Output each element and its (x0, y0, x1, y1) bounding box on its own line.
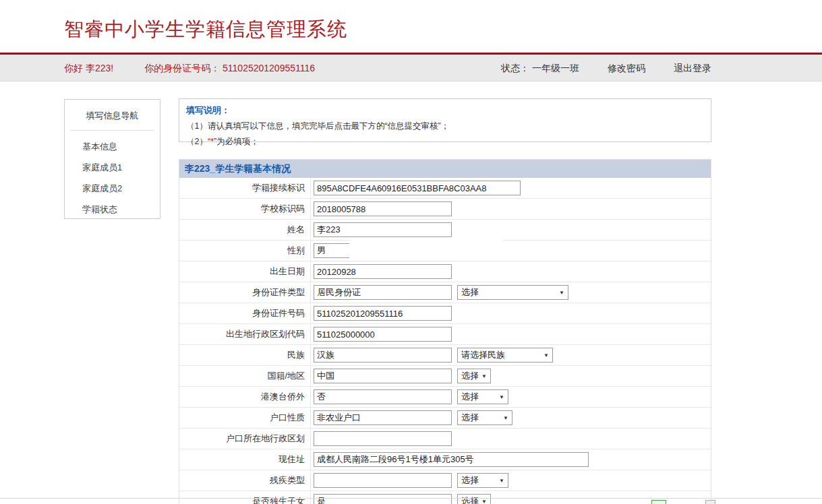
field-select[interactable]: 选择▼ (457, 473, 508, 488)
select-value: 选择 (461, 286, 479, 298)
select-value: 请选择民族 (461, 349, 505, 361)
field-label: 残疾类型 (179, 470, 311, 491)
caret-down-icon: ▼ (499, 394, 504, 400)
field-select[interactable]: 选择▼ (457, 389, 508, 404)
form-row: 户口性质选择▼ (179, 408, 711, 429)
header-divider (0, 53, 822, 55)
field-label: 出生日期 (179, 261, 311, 282)
select-value: 选择 (461, 474, 479, 486)
sidebar-nav-items: 基本信息家庭成员1家庭成员2学籍状态 (65, 131, 160, 216)
field-select[interactable]: 选择▼ (457, 494, 491, 504)
field-input[interactable] (314, 452, 589, 467)
form-row: 学校标识码 (179, 199, 711, 220)
instructions-line-1: （1）请认真填写以下信息，填完完毕后点击最下方的“信息提交审核”； (186, 121, 704, 132)
status-text: 状态： 一年级一班 (501, 63, 579, 75)
field-select[interactable]: 请选择民族▼ (457, 348, 553, 363)
field-label: 学籍接续标识 (179, 178, 311, 198)
form-row: 出生日期 (179, 261, 711, 282)
field-label: 姓名 (179, 220, 311, 240)
field-input[interactable] (314, 222, 452, 237)
caret-down-icon: ▼ (499, 478, 504, 484)
form-row: 学籍接续标识 (179, 178, 711, 199)
caret-down-icon: ▼ (481, 373, 487, 379)
form-row: 国籍/地区选择▼ (179, 366, 711, 387)
form-row: 出生地行政区划代码 (179, 324, 711, 345)
sidebar: 填写信息导航 基本信息家庭成员1家庭成员2学籍状态 (64, 99, 160, 219)
form-row: 现住址 (179, 449, 711, 470)
instructions-line-2-suffix: ”为必填项； (214, 137, 259, 146)
status-value: 一年级一班 (532, 63, 579, 73)
instructions-line-2-prefix: （2）“ (186, 137, 210, 146)
cutoff-widget-fragment-gray (705, 500, 715, 504)
sidebar-item[interactable]: 家庭成员2 (82, 183, 160, 195)
field-label: 出生地行政区划代码 (179, 324, 311, 344)
field-input[interactable] (314, 410, 452, 425)
form-row: 身份证件类型选择▼ (179, 282, 711, 303)
field-input[interactable] (314, 285, 452, 300)
field-input[interactable] (314, 201, 452, 216)
id-number-text: 你的身份证号码： 511025201209551116 (144, 63, 315, 75)
form-table-rows: 学籍接续标识学校标识码姓名性别出生日期身份证件类型选择▼身份证件号码出生地行政区… (179, 178, 711, 504)
form-row: 残疾类型选择▼ (179, 470, 711, 491)
form-row: 身份证件号码 (179, 303, 711, 324)
select-value: 选择 (461, 370, 479, 382)
form-row: 户口所在地行政区划 (179, 429, 711, 449)
field-label: 民族 (179, 345, 311, 365)
field-label: 现住址 (179, 449, 311, 470)
field-input[interactable] (314, 473, 452, 488)
form-row: 姓名 (179, 220, 711, 241)
field-label: 户口所在地行政区划 (179, 429, 311, 449)
greeting-text: 你好 李223! (64, 63, 113, 75)
cutoff-widget-fragment-green (651, 500, 666, 504)
sidebar-title: 填写信息导航 (65, 110, 160, 122)
sidebar-item[interactable]: 基本信息 (82, 141, 160, 153)
instructions-title: 填写说明： (186, 104, 704, 117)
select-value: 选择 (461, 495, 479, 504)
caret-down-icon: ▼ (544, 352, 549, 358)
field-label: 港澳台侨外 (179, 387, 311, 407)
sidebar-item[interactable]: 家庭成员1 (82, 162, 160, 174)
field-label: 学校标识码 (179, 199, 311, 219)
caret-down-icon: ▼ (481, 499, 487, 504)
field-select[interactable]: 选择▼ (457, 285, 568, 300)
status-label: 状态： (501, 63, 529, 73)
field-label: 国籍/地区 (179, 366, 311, 386)
form-section-title: 李223_学生学籍基本情况 (179, 160, 711, 178)
sidebar-item[interactable]: 学籍状态 (82, 203, 160, 216)
field-input[interactable] (314, 431, 452, 446)
form-row: 民族请选择民族▼ (179, 345, 711, 366)
field-select[interactable]: 选择▼ (457, 369, 491, 383)
page: 智睿中小学生学籍信息管理系统 你好 李223! 你的身份证号码： 5110252… (0, 0, 822, 504)
field-label: 身份证件号码 (179, 303, 311, 323)
field-input[interactable] (314, 264, 452, 279)
field-input[interactable] (314, 327, 452, 342)
id-number-value: 511025201209551116 (223, 63, 315, 73)
field-label: 身份证件类型 (179, 282, 311, 303)
logout-link[interactable]: 退出登录 (674, 63, 711, 75)
field-input[interactable] (314, 348, 452, 363)
field-input[interactable] (314, 369, 452, 383)
field-input[interactable] (314, 306, 452, 321)
student-info-form: 李223_学生学籍基本情况 学籍接续标识学校标识码姓名性别出生日期身份证件类型选… (179, 159, 711, 504)
caret-down-icon: ▼ (559, 290, 564, 296)
select-value: 选择 (461, 391, 479, 403)
redaction-overlay (349, 239, 503, 260)
instructions-box: 填写说明： （1）请认真填写以下信息，填完完毕后点击最下方的“信息提交审核”； … (179, 98, 711, 142)
field-input[interactable] (314, 389, 452, 404)
field-label: 性别 (179, 241, 311, 261)
select-value: 选择 (461, 412, 479, 424)
field-input[interactable] (314, 494, 452, 504)
form-row: 港澳台侨外选择▼ (179, 387, 711, 408)
user-bar: 你好 李223! 你的身份证号码： 511025201209551116 状态：… (0, 56, 822, 82)
field-input[interactable] (314, 181, 521, 195)
instructions-line-2: （2）“*”为必填项； (186, 136, 704, 148)
change-password-link[interactable]: 修改密码 (608, 63, 645, 75)
footer-divider (0, 498, 822, 499)
field-select[interactable]: 选择▼ (457, 410, 512, 425)
form-row: 性别 (179, 241, 711, 261)
app-title: 智睿中小学生学籍信息管理系统 (64, 16, 347, 43)
id-number-label: 你的身份证号码： (144, 63, 220, 73)
caret-down-icon: ▼ (503, 415, 508, 421)
field-label: 户口性质 (179, 408, 311, 428)
